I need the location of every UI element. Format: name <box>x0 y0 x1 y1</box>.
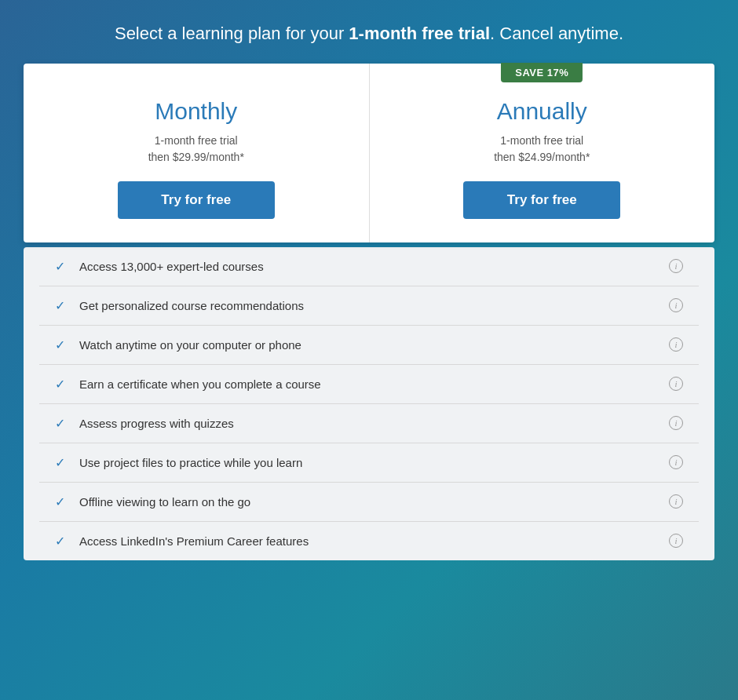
plan-annually-price-line1: 1-month free trial <box>500 134 583 147</box>
checkmark-icon-5: ✓ <box>55 455 65 470</box>
plan-monthly-price: 1-month free trial then $29.99/month* <box>148 133 244 166</box>
feature-text-2: Watch anytime on your computer or phone <box>79 338 663 352</box>
info-icon-7[interactable]: i <box>669 534 683 548</box>
plan-monthly: Monthly 1-month free trial then $29.99/m… <box>24 64 370 242</box>
plan-monthly-title: Monthly <box>155 98 237 125</box>
monthly-try-free-button[interactable]: Try for free <box>118 181 275 219</box>
feature-item-0: ✓ Access 13,000+ expert-led courses i <box>39 247 699 286</box>
feature-item-4: ✓ Assess progress with quizzes i <box>39 404 699 443</box>
info-icon-0[interactable]: i <box>669 259 683 273</box>
checkmark-icon-7: ✓ <box>55 534 65 549</box>
info-icon-6[interactable]: i <box>669 494 683 509</box>
info-icon-3[interactable]: i <box>669 377 683 391</box>
header: Select a learning plan for your 1-month … <box>115 22 623 46</box>
checkmark-icon-3: ✓ <box>55 377 65 392</box>
feature-text-7: Access LinkedIn's Premium Career feature… <box>79 534 663 548</box>
plan-monthly-price-line1: 1-month free trial <box>155 134 238 147</box>
info-icon-5[interactable]: i <box>669 455 683 469</box>
feature-item-7: ✓ Access LinkedIn's Premium Career featu… <box>39 522 699 560</box>
plan-monthly-price-line2: then $29.99/month* <box>148 151 244 163</box>
checkmark-icon-6: ✓ <box>55 494 65 509</box>
plan-annually-title: Annually <box>497 98 587 125</box>
features-container: ✓ Access 13,000+ expert-led courses i ✓ … <box>24 247 714 560</box>
header-bold: 1-month free trial <box>349 24 490 43</box>
info-icon-4[interactable]: i <box>669 416 683 430</box>
checkmark-icon-1: ✓ <box>55 298 65 313</box>
plans-container: Monthly 1-month free trial then $29.99/m… <box>24 64 714 242</box>
feature-text-4: Assess progress with quizzes <box>79 417 663 430</box>
feature-text-0: Access 13,000+ expert-led courses <box>79 260 663 273</box>
plan-annually-price: 1-month free trial then $24.99/month* <box>494 133 590 166</box>
plan-annually-price-line2: then $24.99/month* <box>494 151 590 163</box>
feature-item-6: ✓ Offline viewing to learn on the go i <box>39 483 699 522</box>
info-icon-2[interactable]: i <box>669 337 683 352</box>
feature-item-1: ✓ Get personalized course recommendation… <box>39 286 699 326</box>
save-badge: SAVE 17% <box>501 63 583 82</box>
feature-item-3: ✓ Earn a certificate when you complete a… <box>39 365 699 404</box>
feature-text-1: Get personalized course recommendations <box>79 299 663 312</box>
checkmark-icon-2: ✓ <box>55 337 65 352</box>
feature-text-3: Earn a certificate when you complete a c… <box>79 377 663 391</box>
plan-annually: SAVE 17% Annually 1-month free trial the… <box>370 64 715 242</box>
feature-item-2: ✓ Watch anytime on your computer or phon… <box>39 326 699 365</box>
checkmark-icon-0: ✓ <box>55 259 65 274</box>
checkmark-icon-4: ✓ <box>55 416 65 431</box>
info-icon-1[interactable]: i <box>669 298 683 312</box>
feature-item-5: ✓ Use project files to practice while yo… <box>39 443 699 483</box>
annually-try-free-button[interactable]: Try for free <box>463 181 620 219</box>
feature-text-6: Offline viewing to learn on the go <box>79 495 663 509</box>
feature-text-5: Use project files to practice while you … <box>79 456 663 469</box>
